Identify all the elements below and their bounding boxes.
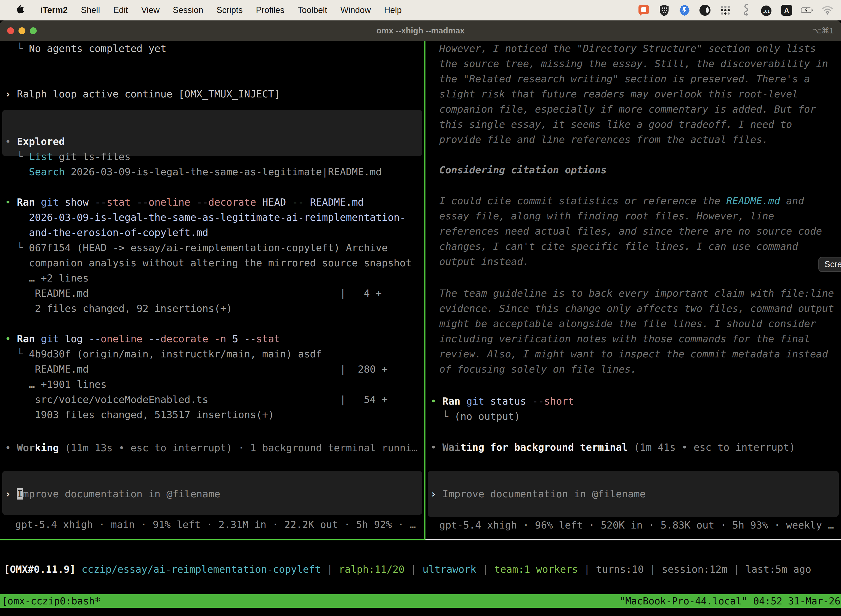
thinking-paragraph: references need actual files, and since … bbox=[439, 224, 822, 239]
show-arg-wrap-2: and-the-erosion-of-copyleft.md bbox=[5, 225, 208, 240]
log-output-stat-1: README.md | 280 + bbox=[5, 362, 388, 377]
shield-icon[interactable] bbox=[658, 4, 671, 16]
log-output-summary: 1903 files changed, 513517 insertions(+) bbox=[5, 407, 274, 422]
model-status-line: gpt-5.4 xhigh · main · 91% left · 2.31M … bbox=[15, 517, 416, 532]
menu-item-edit[interactable]: Edit bbox=[107, 5, 134, 15]
explored-list: └ List git ls-files bbox=[5, 149, 130, 164]
show-output-summary: 2 files changed, 92 insertions(+) bbox=[5, 301, 232, 316]
inactive-pane-border bbox=[425, 539, 841, 540]
working-status-line: • Working (11m 13s • esc to interrupt) ·… bbox=[5, 440, 418, 455]
menu-item-session[interactable]: Session bbox=[166, 5, 210, 15]
menu-item-scripts[interactable]: Scripts bbox=[210, 5, 249, 15]
thinking-heading: Considering citation options bbox=[439, 162, 607, 177]
menubar-status-icons: ..61 A bbox=[637, 4, 834, 16]
thinking-paragraph: the "Related research writing" section i… bbox=[439, 71, 810, 87]
ran-git-status: • Ran git status --short bbox=[431, 393, 574, 409]
thinking-paragraph: essay file, along with finding root file… bbox=[439, 208, 774, 224]
thinking-paragraph: However, I noticed the "Directory Struct… bbox=[439, 41, 816, 56]
menu-item-iterm2[interactable]: iTerm2 bbox=[34, 5, 74, 15]
injected-prompt-line: › Ralph loop active continue [OMX_TMUX_I… bbox=[5, 87, 280, 101]
show-output-2: companion analysis without altering the … bbox=[5, 255, 412, 270]
log-output-elided: … +1901 lines bbox=[5, 377, 107, 392]
blue-badge-icon[interactable] bbox=[678, 4, 691, 16]
wifi-icon[interactable] bbox=[821, 4, 834, 16]
svg-text:..61: ..61 bbox=[763, 9, 769, 13]
prompt-input-text: › Improve documentation in @filename bbox=[5, 486, 220, 502]
menu-item-help[interactable]: Help bbox=[378, 5, 408, 15]
menu-item-view[interactable]: View bbox=[135, 5, 166, 15]
active-pane-border bbox=[0, 539, 424, 540]
ran-git-show: • Ran git show --stat --oneline --decora… bbox=[5, 195, 364, 210]
explored-header: • Explored bbox=[5, 134, 65, 149]
menu-item-window[interactable]: Window bbox=[334, 5, 378, 15]
menubar-items: iTerm2ShellEditViewSessionScriptsProfile… bbox=[34, 5, 408, 15]
tmux-pane-left[interactable]: └ No agents completed yet› Ralph loop ac… bbox=[0, 41, 424, 540]
thinking-paragraph: might be acceptable alongside the file l… bbox=[439, 316, 816, 331]
screen-tooltip: Scre bbox=[818, 257, 841, 272]
ran-git-log: • Ran git log --oneline --decorate -n 5 … bbox=[5, 331, 280, 346]
window-shortcut-badge: ⌥⌘1 bbox=[812, 26, 834, 35]
omx-session-status-line: [OMX#0.11.9] cczip/essay/ai-reimplementa… bbox=[4, 562, 811, 577]
thinking-paragraph: I could cite commit statistics or refere… bbox=[439, 193, 804, 208]
screen-tooltip-label: Scre bbox=[825, 260, 841, 269]
window-title: omx --xhigh --madmax bbox=[0, 26, 841, 35]
titlebar: omx --xhigh --madmax ⌥⌘1 bbox=[0, 21, 841, 41]
menu-item-toolbelt[interactable]: Toolbelt bbox=[291, 5, 334, 15]
tmux-session-label: [omx-cczip0:bash* bbox=[1, 595, 100, 607]
letter-a-icon[interactable]: A bbox=[780, 4, 793, 16]
show-output-elided: … +2 lines bbox=[5, 270, 89, 286]
status-output: └ (no output) bbox=[431, 409, 520, 424]
agents-status-line: └ No agents completed yet bbox=[5, 41, 166, 56]
menu-item-shell[interactable]: Shell bbox=[74, 5, 107, 15]
tmux-host-clock: "MacBook-Pro-44.local" 04:52 31-Mar-26 bbox=[620, 595, 841, 607]
waiting-status-line: • Waiting for background terminal (1m 41… bbox=[431, 440, 795, 455]
prompt-input-text: › Improve documentation in @filename bbox=[431, 486, 646, 502]
menu-item-profiles[interactable]: Profiles bbox=[249, 5, 291, 15]
thinking-paragraph: The team guideline is to back every impo… bbox=[439, 286, 834, 301]
thinking-paragraph: of focusing solely on file lines. bbox=[439, 362, 637, 377]
terminal-area: └ No agents completed yet› Ralph loop ac… bbox=[0, 41, 841, 616]
apple-icon[interactable] bbox=[14, 5, 25, 16]
battery-charging-icon[interactable] bbox=[801, 4, 813, 16]
log-output-1: └ 4b9d30f (origin/main, instructkr/main,… bbox=[5, 346, 322, 362]
show-output-stat: README.md | 4 + bbox=[5, 286, 382, 301]
thinking-paragraph: the source tree, missing the essay. Stil… bbox=[439, 56, 828, 71]
tmux-pane-right[interactable]: However, I noticed the "Directory Struct… bbox=[425, 41, 841, 540]
menubar: iTerm2ShellEditViewSessionScriptsProfile… bbox=[0, 0, 841, 21]
dark-disc-icon[interactable] bbox=[699, 4, 711, 16]
dots-grid-icon[interactable] bbox=[719, 4, 732, 16]
log-output-stat-2: src/voice/voiceModeEnabled.ts | 54 + bbox=[5, 392, 388, 407]
tmux-status-bar: [omx-cczip0:bash* "MacBook-Pro-44.local"… bbox=[0, 594, 841, 608]
thinking-paragraph: this single essay, it seems like a good … bbox=[439, 117, 792, 132]
thinking-paragraph: changes, I can't cite specific file line… bbox=[439, 239, 798, 254]
thinking-paragraph: review. Also, I might want to inspect th… bbox=[439, 346, 828, 362]
thinking-paragraph: output instead. bbox=[439, 254, 529, 269]
explored-search: Search 2026-03-09-is-legal-the-same-as-l… bbox=[5, 164, 382, 179]
show-output-1: └ 067f154 (HEAD -> essay/ai-reimplementa… bbox=[5, 240, 388, 255]
gauge-61-icon[interactable]: ..61 bbox=[760, 4, 772, 16]
chat-bubble-icon[interactable] bbox=[637, 4, 650, 16]
thinking-paragraph: including verification notes with those … bbox=[439, 331, 810, 346]
show-arg-wrap-1: 2026-03-09-is-legal-the-same-as-legitima… bbox=[5, 210, 406, 225]
thinking-paragraph: companion file, especially if more comme… bbox=[439, 101, 816, 117]
model-status-line: gpt-5.4 xhigh · 96% left · 520K in · 5.8… bbox=[439, 518, 834, 532]
thinking-paragraph: provide file and line references from th… bbox=[439, 132, 768, 147]
thinking-paragraph: slight risk that future readers may over… bbox=[439, 87, 798, 101]
squiggle-icon[interactable] bbox=[740, 4, 752, 16]
thinking-paragraph: evidence. Since this change only affects… bbox=[439, 301, 834, 316]
svg-text:A: A bbox=[784, 7, 789, 14]
